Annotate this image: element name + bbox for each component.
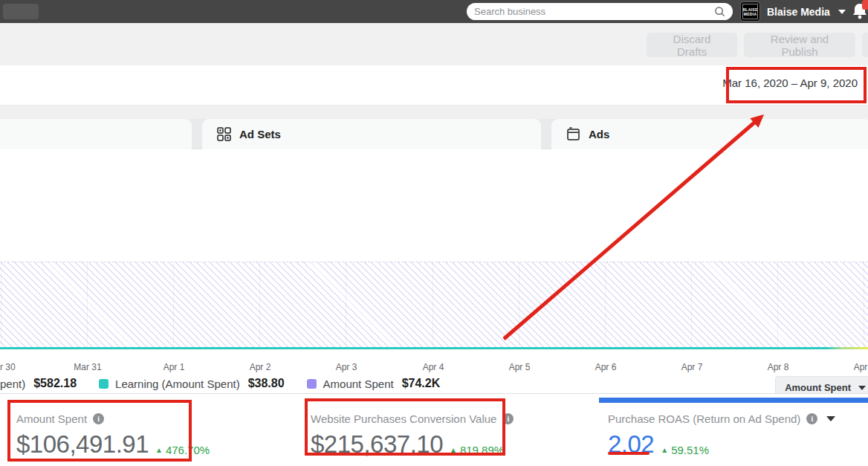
business-logo-line2: MEDIA <box>744 12 757 16</box>
top-navigation-bar: BLAISE MEDIA Blaise Media <box>0 0 868 23</box>
x-tick: Apr 9 <box>854 362 868 372</box>
search-icon <box>714 6 725 17</box>
up-triangle-icon: ▲ <box>155 446 163 454</box>
x-tick: Apr 3 <box>336 362 357 372</box>
business-logo: BLAISE MEDIA <box>740 1 760 22</box>
x-axis: Mar 30 Mar 31 Apr 1 Apr 2 Apr 3 Apr 4 Ap… <box>0 362 868 374</box>
delta-value: 476.70% <box>166 444 210 456</box>
tab-campaigns-truncated[interactable] <box>0 119 192 149</box>
review-and-publish-button[interactable]: Review and Publish <box>744 33 855 57</box>
search-input[interactable] <box>474 6 714 17</box>
card-label: Website Purchases Conversion Value <box>311 412 496 425</box>
ad-sets-grid-icon <box>217 127 231 141</box>
x-tick: Apr 8 <box>768 362 789 372</box>
x-tick: Apr 7 <box>681 362 703 372</box>
topbar-corner-button <box>3 4 39 19</box>
x-tick: Apr 2 <box>250 362 271 372</box>
x-tick: Apr 1 <box>163 362 185 372</box>
legend-swatch-teal <box>99 379 108 389</box>
notification-badge <box>862 0 868 10</box>
legend-value: $74.2K <box>402 377 441 390</box>
card-purchase-roas[interactable]: Purchase ROAS (Return on Ad Spend) i 2.0… <box>599 394 868 466</box>
info-icon[interactable]: i <box>806 413 817 424</box>
legend-value: $582.18 <box>33 377 77 390</box>
delta-badge: ▲ 819.89% <box>450 444 504 456</box>
legend-item-amount-spent: Amount Spent $74.2K <box>307 377 441 390</box>
business-search[interactable] <box>467 3 733 20</box>
ads-icon <box>566 127 580 141</box>
tab-ads[interactable]: Ads <box>551 119 868 149</box>
card-label: Purchase ROAS (Return on Ad Spend) <box>608 412 800 425</box>
level-tabs: Ad Sets Ads <box>0 119 868 149</box>
learning-series-line <box>0 347 868 349</box>
legend-swatch-purple <box>307 379 317 389</box>
notifications-button[interactable] <box>851 1 868 22</box>
x-tick: Apr 6 <box>595 362 617 372</box>
metric-cards-row: Amount Spent i $106,491.91 ▲ 476.70% Web… <box>0 393 868 466</box>
up-triangle-icon: ▲ <box>661 446 668 454</box>
legend-item-learning: Learning (Amount Spent) $38.80 <box>99 377 285 390</box>
x-tick: Mar 31 <box>74 362 101 372</box>
delta-badge: ▲ 476.70% <box>155 444 210 456</box>
card-amount-spent[interactable]: Amount Spent i $106,491.91 ▲ 476.70% <box>0 394 294 466</box>
row-divider-strip <box>0 106 868 119</box>
legend-label: pent) <box>0 378 25 390</box>
legend-label: Learning (Amount Spent) <box>115 378 240 390</box>
card-website-purchases-conversion-value[interactable]: Website Purchases Conversion Value i $21… <box>294 394 599 466</box>
chart-legend: pent) $582.18 Learning (Amount Spent) $3… <box>0 377 440 390</box>
delta-value: 59.51% <box>671 444 709 456</box>
info-icon[interactable]: i <box>93 413 104 424</box>
info-icon[interactable]: i <box>502 413 514 424</box>
legend-item-truncated: pent) $582.18 <box>0 377 77 390</box>
x-tick: Apr 5 <box>509 362 531 372</box>
legend-label: Amount Spent <box>323 378 394 390</box>
card-dropdown-caret-icon[interactable] <box>826 416 835 421</box>
tab-ad-sets-label: Ad Sets <box>239 128 281 140</box>
spend-line-chart[interactable] <box>0 262 868 349</box>
account-name: Blaise Media <box>767 6 830 18</box>
discard-drafts-button[interactable]: Discard Drafts <box>647 33 737 57</box>
tab-ads-label: Ads <box>589 128 609 140</box>
ads-manager-app: BLAISE MEDIA Blaise Media Discard Drafts… <box>0 0 868 466</box>
x-tick: Mar 30 <box>0 362 16 372</box>
delta-value: 819.89% <box>460 444 504 456</box>
draft-actions-toolbar: Discard Drafts Review and Publish <box>0 23 868 65</box>
date-range-selector[interactable]: Mar 16, 2020 – Apr 9, 2020 <box>722 77 858 89</box>
delta-badge: ▲ 59.51% <box>661 444 709 456</box>
up-triangle-icon: ▲ <box>450 446 457 454</box>
metric-dropdown-label: Amount Spent <box>785 382 851 393</box>
roas-value-link[interactable]: 2.02 <box>608 430 654 459</box>
toolbar-overflow-button[interactable] <box>862 33 868 57</box>
card-value: $215,637.10 <box>311 430 443 459</box>
account-caret-icon <box>838 10 846 14</box>
card-value: $106,491.91 <box>16 430 149 459</box>
chevron-down-icon <box>858 386 866 390</box>
card-label: Amount Spent <box>16 412 87 425</box>
account-switcher[interactable]: BLAISE MEDIA Blaise Media <box>740 1 846 22</box>
x-tick: Apr 4 <box>423 362 444 372</box>
filter-row: Mar 16, 2020 – Apr 9, 2020 <box>0 65 868 106</box>
tab-ad-sets[interactable]: Ad Sets <box>202 119 541 149</box>
legend-value: $38.80 <box>248 377 285 390</box>
